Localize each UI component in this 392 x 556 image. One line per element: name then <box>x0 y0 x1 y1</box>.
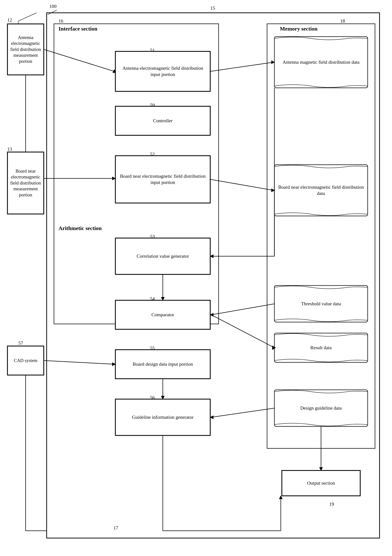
ref-100: 100 <box>49 4 57 9</box>
cad-system-box: CAD system <box>7 346 44 375</box>
svg-marker-45 <box>210 416 213 419</box>
svg-line-44 <box>211 408 274 417</box>
ref-57: 57 <box>18 340 23 346</box>
interface-section-label: Interface section <box>59 26 97 32</box>
svg-marker-51 <box>279 495 283 499</box>
svg-line-36 <box>211 315 274 348</box>
board-measurement-box: Board near electromagnetic field distrib… <box>7 152 44 214</box>
antenna-input-box: Antenna electromagnetic field distributi… <box>115 51 210 92</box>
svg-marker-35 <box>210 313 213 317</box>
ref-15: 15 <box>210 6 215 11</box>
antenna-data-label: Antenna magnetic field distribution data <box>274 37 368 88</box>
svg-line-34 <box>211 304 274 315</box>
board-design-input-box: Board design data input portion <box>115 350 210 379</box>
guideline-generator-box: Guideline information generator <box>115 399 210 436</box>
correlation-box: Correlation value generator <box>115 238 210 275</box>
svg-line-19 <box>44 49 114 71</box>
controller-box: Controller <box>115 106 210 135</box>
ref-12: 12 <box>7 17 12 23</box>
svg-line-38 <box>44 361 114 364</box>
ref-13: 13 <box>7 147 12 152</box>
ref-16: 16 <box>59 18 63 24</box>
svg-line-24 <box>210 62 273 71</box>
threshold-data-label: Threshold value data <box>274 286 368 322</box>
svg-line-54 <box>48 10 57 15</box>
design-guideline-label: Design guideline data <box>274 390 368 426</box>
ref-18: 18 <box>340 18 345 24</box>
ref-17: 17 <box>113 525 118 531</box>
arithmetic-section-label: Arithmetic section <box>59 225 102 231</box>
antenna-measurement-box: Antenna electromagnetic field distributi… <box>7 24 44 75</box>
board-data-label: Board near electromagnetic field distrib… <box>274 165 368 216</box>
svg-line-26 <box>210 179 273 190</box>
svg-marker-30 <box>210 255 213 258</box>
comparator-box: Comparator <box>115 300 210 329</box>
svg-rect-0 <box>47 13 380 538</box>
board-input-box: Board near electromagnetic field distrib… <box>115 155 210 203</box>
svg-line-53 <box>18 13 37 21</box>
ref-19: 19 <box>329 502 334 507</box>
diagram-container: 100 12 13 15 16 17 18 19 51 59 52 53 54 … <box>0 0 392 556</box>
result-data-label: Result data <box>274 333 368 362</box>
output-section-box: Output section <box>282 470 360 496</box>
memory-section-label: Memory section <box>280 26 317 32</box>
